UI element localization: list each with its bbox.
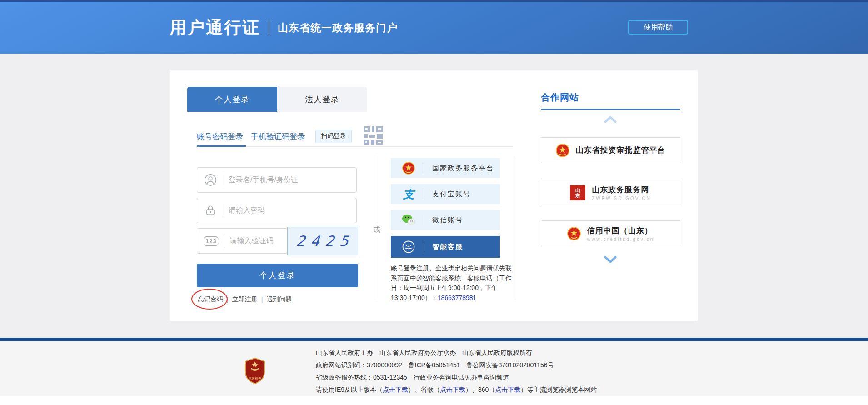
username-field-box — [197, 167, 357, 193]
method-account-password[interactable]: 账号密码登录 — [197, 131, 243, 142]
partners-title-underline — [541, 109, 680, 110]
or-divider: 或 — [377, 155, 377, 300]
alipay-login-button[interactable]: 支 支付宝账号 — [391, 184, 500, 204]
svg-text:党政机关: 党政机关 — [249, 376, 261, 380]
active-method-underline — [197, 145, 246, 147]
partner-investment-platform[interactable]: 山东省投资审批监管平台 — [541, 137, 680, 163]
download-link-360[interactable]: 点击下载 — [495, 386, 520, 393]
login-type-tabs: 个人登录 法人登录 — [187, 87, 367, 112]
user-icon — [204, 173, 217, 187]
captcha-input[interactable] — [230, 237, 287, 245]
username-input[interactable] — [229, 176, 356, 184]
password-input[interactable] — [229, 206, 356, 215]
footer-line-1: 山东省人民政府主办 山东省人民政府办公厅承办 山东省人民政府版权所有 — [316, 347, 597, 359]
button-label: 微信账号 — [432, 216, 463, 225]
footer: 党政机关 山东省人民政府主办 山东省人民政府办公厅承办 山东省人民政府版权所有 … — [0, 341, 868, 396]
captcha-value: 2425 — [291, 233, 354, 249]
smart-customer-service-button[interactable]: 智能客服 — [391, 236, 500, 258]
chevron-down-icon[interactable] — [604, 256, 617, 265]
personal-login-button[interactable]: 个人登录 — [197, 264, 358, 287]
site-subtitle: 山东省统一政务服务门户 — [278, 21, 398, 35]
tab-legal-person-login[interactable]: 法人登录 — [277, 87, 367, 112]
method-sms-code[interactable]: 手机验证码登录 — [251, 131, 305, 142]
partner-label: 山东政务服务网 — [592, 185, 651, 195]
national-emblem-icon — [567, 227, 581, 240]
button-divider — [423, 241, 423, 252]
partner-url: ZWFW.SD.GOV.CN — [592, 196, 651, 201]
title-divider — [269, 20, 269, 35]
third-party-login-list: 国家政务服务平台 支 支付宝账号 — [391, 158, 500, 258]
tab-personal-login[interactable]: 个人登录 — [187, 87, 277, 112]
button-label: 支付宝账号 — [432, 190, 471, 199]
help-button[interactable]: 使用帮助 — [628, 20, 688, 35]
partner-label: 信用中国（山东） — [587, 225, 654, 236]
customer-service-note: 账号登录注册、企业绑定相关问题请优先联系页面中的智能客服系统，客服电话（工作日：… — [391, 264, 515, 303]
captcha-field-box: 123 — [197, 228, 288, 254]
footer-divider-bar — [0, 338, 868, 341]
login-panel: 个人登录 法人登录 账号密码登录 手机验证码登录 扫码登录 — [170, 70, 698, 321]
download-link-chrome[interactable]: 点击下载 — [440, 386, 465, 393]
page-header: 用户通行证 山东省统一政务服务门户 使用帮助 — [0, 0, 868, 54]
captcha-image[interactable]: 2425 — [287, 227, 358, 255]
alipay-icon: 支 — [402, 187, 415, 201]
national-gov-platform-button[interactable]: 国家政务服务平台 — [391, 158, 500, 178]
section-divider — [516, 157, 516, 300]
site-title: 用户通行证 — [170, 16, 260, 39]
partner-credit-china[interactable]: 信用中国（山东） www.creditsd.gov.cn — [541, 220, 680, 246]
service-phone-number[interactable]: 18663778981 — [438, 294, 477, 301]
scan-login-button[interactable]: 扫码登录 — [315, 130, 352, 143]
lock-icon — [204, 204, 217, 217]
download-link-ie[interactable]: 点击下载 — [383, 386, 408, 393]
login-method-tabs: 账号密码登录 手机验证码登录 扫码登录 — [197, 127, 383, 146]
partners-title: 合作网站 — [541, 91, 579, 104]
partner-label: 山东省投资审批监管平台 — [576, 145, 666, 155]
button-divider — [423, 163, 423, 174]
button-label: 智能客服 — [432, 243, 463, 251]
link-separator: | — [227, 296, 229, 303]
national-emblem-icon — [402, 161, 415, 175]
footer-line-2: 政府网站识别码：3700000092 鲁ICP备05051451 鲁公网安备37… — [316, 359, 597, 371]
button-divider — [423, 215, 423, 225]
footer-line-3: 省级政务服务热线：0531-12345 行政业务咨询电话见办事咨询频道 — [316, 371, 597, 384]
button-label: 国家政务服务平台 — [432, 164, 494, 173]
field-divider — [224, 234, 224, 248]
customer-service-icon — [402, 240, 415, 254]
link-separator: | — [261, 296, 263, 303]
or-label: 或 — [371, 223, 383, 237]
field-divider — [223, 204, 223, 217]
password-field-box — [197, 198, 357, 223]
partner-url: www.creditsd.gov.cn — [587, 237, 654, 242]
footer-text: 山东省人民政府主办 山东省人民政府办公厅承办 山东省人民政府版权所有 政府网站识… — [316, 347, 597, 396]
login-links: 忘记密码 | 立即注册 | 遇到问题 — [198, 295, 292, 304]
qr-code-icon[interactable] — [364, 126, 383, 146]
forgot-password-link[interactable]: 忘记密码 — [198, 295, 223, 304]
shandong-seal-icon: 山东 — [570, 185, 585, 200]
government-badge-icon[interactable]: 党政机关 — [244, 358, 265, 386]
wechat-icon — [402, 213, 415, 227]
chevron-up-icon[interactable] — [604, 116, 617, 125]
register-link[interactable]: 立即注册 — [232, 295, 258, 304]
brand: 用户通行证 山东省统一政务服务门户 — [170, 2, 398, 54]
captcha-123-icon: 123 — [204, 236, 219, 246]
button-divider — [423, 189, 423, 200]
wechat-login-button[interactable]: 微信账号 — [391, 210, 500, 230]
problem-link[interactable]: 遇到问题 — [266, 295, 292, 304]
national-emblem-icon — [556, 144, 569, 157]
field-divider — [223, 173, 223, 187]
footer-line-4: 请使用IE9及以上版本（点击下载）、谷歌（点击下载）、360（点击下载）等主流浏… — [316, 384, 597, 396]
partner-zwfw-site[interactable]: 山东 山东政务服务网 ZWFW.SD.GOV.CN — [541, 180, 680, 205]
